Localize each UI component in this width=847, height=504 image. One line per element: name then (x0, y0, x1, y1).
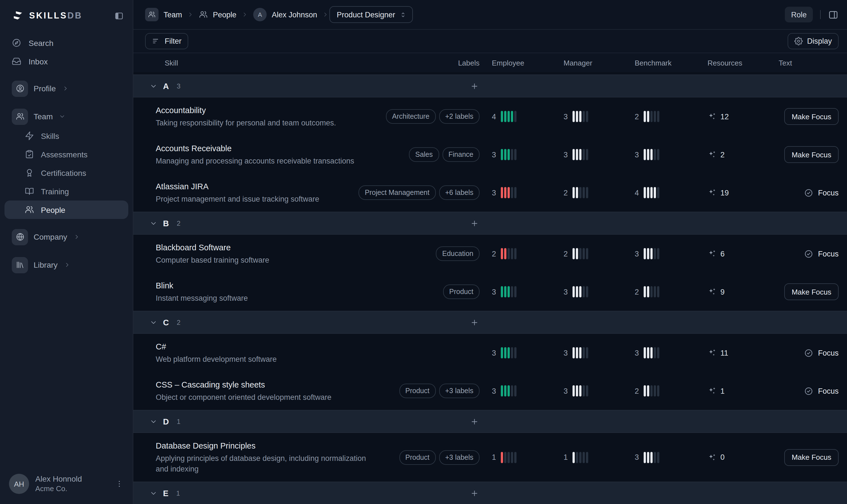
group-header-row-b[interactable]: B 2 (133, 212, 847, 235)
sidebar-item-search[interactable]: Search (4, 34, 128, 52)
label-pill[interactable]: Education (436, 247, 479, 261)
label-pill[interactable]: +3 labels (439, 383, 479, 398)
resources-count: 11 (720, 348, 728, 357)
skill-row-accounts-receivable[interactable]: Accounts Receivable Managing and process… (133, 136, 847, 174)
rating-bar (576, 111, 578, 122)
sidebar-item-people[interactable]: People (4, 200, 128, 219)
make-focus-button[interactable]: Make Focus (784, 108, 839, 125)
chevron-down-icon[interactable] (149, 318, 157, 326)
make-focus-button[interactable]: Make Focus (784, 449, 839, 466)
breadcrumb-people[interactable]: People (199, 10, 236, 19)
resources-cell[interactable]: 19 (695, 188, 766, 197)
skill-row-css-cascading-style-sheets[interactable]: CSS – Cascading style sheets Object or c… (133, 372, 847, 410)
skill-row-blink[interactable]: Blink Instant messaging software Product… (133, 273, 847, 311)
sidebar-item-training[interactable]: Training (4, 182, 128, 200)
add-skill-icon[interactable] (470, 489, 479, 498)
breadcrumb-alex-johnson[interactable]: A Alex Johnson (253, 8, 317, 21)
label-pill[interactable]: Product (399, 450, 436, 465)
resources-cell[interactable]: 1 (695, 386, 766, 395)
sidebar-item-skills[interactable]: Skills (4, 127, 128, 145)
skill-row-atlassian-jira[interactable]: Atlassian JIRA Project management and is… (133, 174, 847, 212)
kebab-menu-icon[interactable] (115, 479, 124, 488)
column-header-labels[interactable]: Labels (395, 58, 479, 67)
group-header-row-d[interactable]: D 1 (133, 410, 847, 433)
column-header-benchmark[interactable]: Benchmark (622, 58, 695, 67)
focus-status[interactable]: Focus (804, 188, 839, 197)
rating-bar (572, 347, 575, 358)
sidebar-item-certifications[interactable]: Certifications (4, 163, 128, 182)
chevron-down-icon[interactable] (149, 489, 157, 497)
resources-cell[interactable]: 12 (695, 112, 766, 121)
add-skill-icon[interactable] (470, 417, 479, 426)
column-header-manager[interactable]: Manager (551, 58, 622, 67)
label-pill[interactable]: +2 labels (439, 109, 479, 124)
chevron-down-icon[interactable] (149, 417, 157, 425)
sidebar-collapse-icon[interactable] (114, 11, 124, 20)
sidebar-item-inbox[interactable]: Inbox (4, 52, 128, 71)
rating-bar (647, 248, 649, 259)
skill-row-blackboard-software[interactable]: Blackboard Software Computer based train… (133, 235, 847, 273)
display-button[interactable]: Display (787, 33, 839, 49)
column-header-skill[interactable]: Skill (145, 58, 395, 67)
sidebar-item-team[interactable]: Team (4, 106, 128, 127)
filter-button[interactable]: Filter (145, 33, 188, 49)
role-dropdown[interactable]: Product Designer (330, 6, 413, 23)
label-pill[interactable]: Finance (442, 147, 479, 162)
make-focus-button[interactable]: Make Focus (784, 146, 839, 163)
employee-rating: 3 (479, 149, 551, 160)
employee-rating-value: 3 (492, 150, 496, 159)
sparkles-icon (707, 386, 717, 395)
focus-status[interactable]: Focus (804, 348, 839, 358)
rating-bar (579, 347, 581, 358)
skill-row-c[interactable]: C# Web platform development software 3 3… (133, 334, 847, 372)
label-pill[interactable]: Architecture (386, 109, 436, 124)
column-header-employee[interactable]: Employee (479, 58, 551, 67)
user-profile[interactable]: AH Alex Honnold Acme Co. (0, 466, 133, 504)
add-skill-icon[interactable] (470, 318, 479, 327)
chevron-down-icon[interactable] (149, 219, 157, 227)
resources-count: 2 (720, 150, 725, 159)
resources-cell[interactable]: 2 (695, 150, 766, 159)
sidebar-item-label: Training (41, 187, 69, 196)
group-header-row-a[interactable]: A 3 (133, 74, 847, 97)
breadcrumb-team[interactable]: Team (145, 8, 182, 21)
avatar: A (253, 8, 267, 21)
labels-cell: Product+3 labels (399, 383, 479, 398)
label-pill[interactable]: Product (399, 383, 436, 398)
skill-description: Object or component oriented development… (156, 392, 380, 403)
rating-bar (511, 452, 513, 463)
group-header-row-c[interactable]: C 2 (133, 311, 847, 334)
skill-row-accountability[interactable]: Accountability Taking responsibility for… (133, 97, 847, 136)
sidebar-item-library[interactable]: Library (4, 255, 128, 275)
focus-status[interactable]: Focus (804, 386, 839, 396)
add-skill-icon[interactable] (470, 82, 479, 90)
benchmark-rating-value: 3 (635, 453, 639, 462)
resources-cell[interactable]: 0 (695, 453, 766, 462)
resources-cell[interactable]: 6 (695, 249, 766, 258)
sidebar-item-profile[interactable]: Profile (4, 78, 128, 98)
group-header-row-e[interactable]: E 1 (133, 482, 847, 504)
panel-toggle-icon[interactable] (828, 9, 839, 20)
make-focus-button[interactable]: Make Focus (784, 283, 839, 300)
label-pill[interactable]: +3 labels (439, 450, 479, 465)
app-root: SKILLSDB Search Inbox Profile Team Skill… (0, 0, 847, 504)
rating-bar (643, 149, 646, 160)
focus-status-label: Focus (818, 250, 839, 258)
employee-rating-value: 1 (492, 453, 496, 462)
label-pill[interactable]: Project Management (359, 185, 436, 200)
label-pill[interactable]: Sales (409, 147, 439, 162)
add-skill-icon[interactable] (470, 219, 479, 228)
rating-bars (643, 248, 659, 259)
sidebar-item-company[interactable]: Company (4, 227, 128, 247)
focus-status[interactable]: Focus (804, 249, 839, 258)
chevron-down-icon[interactable] (149, 82, 157, 90)
resources-cell[interactable]: 9 (695, 287, 766, 296)
label-pill[interactable]: +6 labels (439, 185, 479, 200)
skill-row-database-design-principles[interactable]: Database Design Principles Applying prin… (133, 433, 847, 482)
column-header-text[interactable]: Text (766, 58, 839, 67)
label-pill[interactable]: Product (443, 285, 479, 299)
sidebar-item-assessments[interactable]: Assessments (4, 145, 128, 163)
role-toggle-button[interactable]: Role (785, 7, 813, 22)
column-header-resources[interactable]: Resources (695, 58, 766, 67)
resources-cell[interactable]: 11 (695, 348, 766, 357)
